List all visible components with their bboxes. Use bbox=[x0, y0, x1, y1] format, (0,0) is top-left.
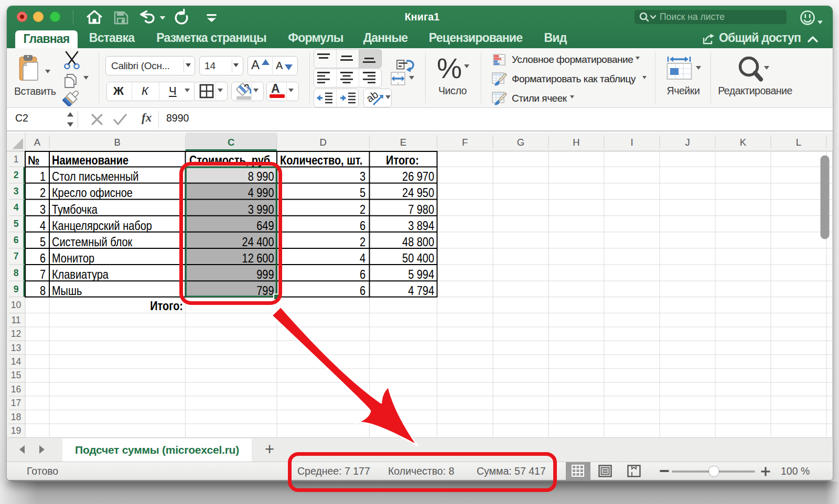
svg-text:4: 4 bbox=[360, 251, 365, 265]
svg-text:9: 9 bbox=[14, 284, 19, 294]
svg-text:6: 6 bbox=[40, 251, 46, 265]
svg-text:№: № bbox=[28, 153, 39, 167]
svg-text:Монитор: Монитор bbox=[52, 251, 94, 265]
svg-text:2: 2 bbox=[360, 202, 365, 216]
svg-text:13: 13 bbox=[11, 343, 21, 353]
svg-text:1: 1 bbox=[14, 154, 19, 165]
svg-text:D: D bbox=[320, 137, 327, 148]
svg-text:Кресло офисное: Кресло офисное bbox=[52, 185, 133, 200]
svg-text:6: 6 bbox=[360, 267, 365, 281]
svg-text:3: 3 bbox=[14, 186, 19, 196]
svg-text:10: 10 bbox=[11, 300, 21, 310]
svg-text:19: 19 bbox=[11, 425, 21, 436]
svg-text:6: 6 bbox=[360, 218, 365, 233]
svg-text:5: 5 bbox=[14, 218, 19, 229]
svg-text:Мышь: Мышь bbox=[52, 283, 82, 298]
svg-text:5: 5 bbox=[360, 185, 365, 200]
svg-text:J: J bbox=[685, 137, 690, 148]
svg-text:B: B bbox=[114, 137, 121, 148]
svg-text:Клавиатура: Клавиатура bbox=[52, 267, 109, 281]
svg-text:Итого:: Итого: bbox=[150, 299, 183, 313]
svg-text:ab: ab bbox=[367, 90, 380, 105]
svg-text:15: 15 bbox=[11, 370, 21, 380]
svg-text:3: 3 bbox=[360, 169, 365, 183]
svg-text:Системный блок: Системный блок bbox=[52, 235, 133, 249]
svg-text:14: 14 bbox=[11, 356, 21, 367]
svg-text:3: 3 bbox=[40, 202, 46, 216]
svg-text:C: C bbox=[228, 137, 234, 148]
svg-text:7: 7 bbox=[40, 267, 46, 281]
svg-text:4: 4 bbox=[14, 202, 19, 213]
svg-text:6: 6 bbox=[14, 235, 19, 245]
svg-text:4 794: 4 794 bbox=[408, 283, 434, 298]
svg-text:G: G bbox=[517, 137, 524, 148]
svg-text:8: 8 bbox=[14, 268, 19, 278]
svg-text:12: 12 bbox=[11, 328, 21, 339]
svg-text:E: E bbox=[400, 137, 406, 148]
svg-text:17: 17 bbox=[11, 398, 21, 408]
svg-text:2: 2 bbox=[14, 170, 19, 180]
svg-text:18: 18 bbox=[11, 412, 21, 422]
svg-text:16: 16 bbox=[11, 384, 21, 395]
svg-text:Итого:: Итого: bbox=[386, 153, 419, 167]
svg-text:26 970: 26 970 bbox=[402, 169, 434, 183]
svg-text:50 400: 50 400 bbox=[402, 251, 434, 265]
svg-text:Наименование: Наименование bbox=[52, 153, 128, 167]
svg-text:11: 11 bbox=[11, 315, 20, 325]
svg-text:A: A bbox=[34, 137, 41, 148]
svg-text:8: 8 bbox=[40, 283, 46, 298]
svg-text:4: 4 bbox=[40, 218, 46, 233]
svg-text:Канцелярский набор: Канцелярский набор bbox=[52, 218, 152, 233]
svg-text:H: H bbox=[573, 137, 579, 148]
svg-text:48 800: 48 800 bbox=[402, 235, 434, 249]
svg-text:K: K bbox=[740, 137, 747, 148]
svg-text:L: L bbox=[796, 137, 801, 148]
svg-text:7: 7 bbox=[14, 251, 19, 261]
svg-text:3 894: 3 894 bbox=[408, 218, 434, 233]
svg-text:5 994: 5 994 bbox=[408, 267, 434, 281]
svg-text:2: 2 bbox=[40, 185, 46, 200]
svg-text:6: 6 bbox=[360, 283, 365, 298]
svg-text:7 980: 7 980 bbox=[408, 202, 434, 216]
svg-text:I: I bbox=[630, 137, 633, 148]
svg-text:Количество, шт.: Количество, шт. bbox=[280, 153, 362, 167]
svg-text:24 950: 24 950 bbox=[402, 185, 434, 200]
svg-text:5: 5 bbox=[40, 235, 46, 249]
svg-text:F: F bbox=[462, 137, 468, 148]
svg-text:Стол письменный: Стол письменный bbox=[52, 169, 139, 183]
svg-text:2: 2 bbox=[360, 235, 365, 249]
svg-text:Тумбочка: Тумбочка bbox=[52, 202, 98, 216]
svg-text:1: 1 bbox=[40, 169, 46, 183]
